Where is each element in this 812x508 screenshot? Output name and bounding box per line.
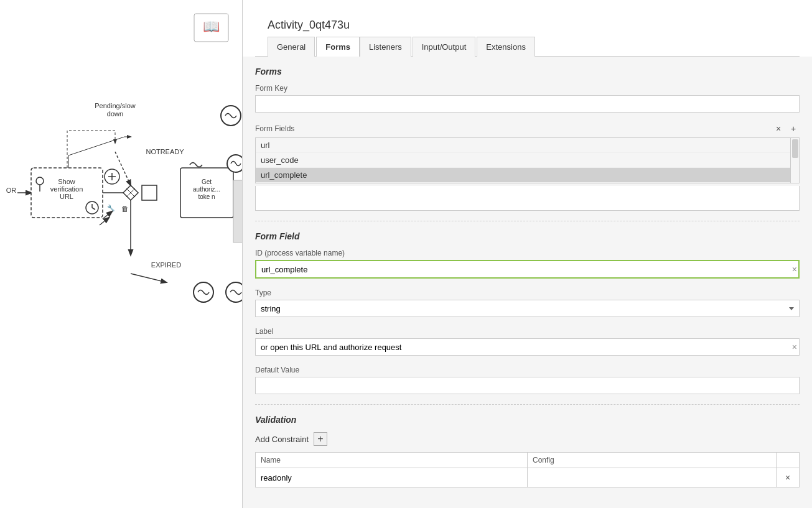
tab-input-output[interactable]: Input/Output (413, 37, 476, 57)
list-item[interactable]: url_complete (256, 168, 790, 183)
panel-header: Activity_0qt473u General Forms Listeners… (243, 0, 812, 57)
form-fields-list: url user_code url_complete (256, 138, 790, 183)
form-fields-label: Form Fields (255, 124, 294, 133)
svg-text:authoriz...: authoriz... (193, 186, 220, 193)
form-field-id-group: ID (process variable name) × (255, 249, 800, 279)
panel-content: Forms Form Key Form Fields × + url (243, 57, 812, 497)
svg-text:EXPIRED: EXPIRED (151, 261, 181, 269)
form-field-default-group: Default Value (255, 366, 800, 394)
section-divider-2 (255, 404, 800, 405)
page-title: Activity_0qt473u (255, 9, 800, 37)
diagram-area: 📖 Pending/slow down OR NOTREADY EXPIRED … (0, 0, 243, 508)
form-field-type-select[interactable]: string long boolean date enum (255, 300, 800, 317)
svg-text:OR: OR (6, 187, 17, 194)
form-key-input[interactable] (255, 95, 800, 113)
add-form-field-btn[interactable]: + (787, 122, 800, 135)
constraint-remove-btn[interactable]: × (782, 471, 794, 484)
validation-section-title: Validation (255, 415, 800, 425)
constraint-table: Name Config readonly × (255, 452, 800, 487)
svg-rect-26 (142, 185, 157, 200)
svg-text:Pending/slow: Pending/slow (95, 102, 135, 109)
svg-point-34 (226, 282, 243, 302)
form-field-id-input-wrapper: × (255, 260, 800, 279)
svg-line-40 (103, 211, 112, 219)
svg-text:NOTREADY: NOTREADY (146, 148, 184, 155)
constraint-col-action (777, 453, 800, 468)
add-constraint-btn[interactable]: + (314, 432, 327, 446)
form-field-id-clear-btn[interactable]: × (792, 264, 797, 274)
form-field-type-group: Type string long boolean date enum (255, 289, 800, 317)
tab-bar: General Forms Listeners Input/Output Ext… (255, 37, 800, 57)
svg-text:Get: Get (202, 178, 212, 185)
constraint-config-cell (528, 468, 777, 487)
form-field-section: Form Field ID (process variable name) × … (255, 231, 800, 394)
tab-extensions[interactable]: Extensions (477, 37, 535, 57)
list-item[interactable]: user_code (256, 153, 790, 168)
tab-listeners[interactable]: Listeners (360, 37, 411, 57)
svg-text:🗑: 🗑 (121, 205, 129, 213)
svg-text:📖: 📖 (203, 18, 220, 35)
form-field-id-input[interactable] (255, 260, 800, 279)
constraint-remove-cell: × (777, 468, 800, 487)
validation-section: Validation Add Constraint + Name Config … (255, 415, 800, 487)
form-fields-empty-area (255, 186, 800, 211)
svg-text:toke n: toke n (198, 193, 215, 200)
form-field-label-input-wrapper: × (255, 338, 800, 356)
add-constraint-row: Add Constraint + (255, 432, 800, 446)
form-field-label-input[interactable] (255, 338, 800, 356)
form-fields-group: Form Fields × + url user_code url_comple… (255, 122, 800, 211)
svg-text:Show: Show (58, 178, 75, 185)
remove-form-field-btn[interactable]: × (772, 122, 785, 135)
forms-section: Forms Form Key Form Fields × + url (255, 67, 800, 211)
scrollbar[interactable] (790, 138, 799, 183)
form-field-label-clear-btn[interactable]: × (792, 342, 797, 352)
svg-text:URL: URL (60, 193, 73, 200)
form-key-label: Form Key (255, 84, 800, 93)
scrollbar-thumb (792, 139, 798, 158)
add-constraint-label: Add Constraint (255, 435, 309, 444)
form-field-id-label: ID (process variable name) (255, 249, 800, 257)
svg-text:down: down (107, 110, 123, 118)
properties-panel: Activity_0qt473u General Forms Listeners… (243, 0, 812, 508)
tab-forms[interactable]: Forms (316, 37, 360, 57)
form-field-label-group: Label × (255, 327, 800, 356)
svg-rect-27 (180, 168, 233, 218)
table-row: readonly × (256, 468, 800, 487)
list-item[interactable]: url (256, 138, 790, 153)
form-key-group: Form Key (255, 84, 800, 113)
forms-section-title: Forms (255, 67, 800, 76)
svg-line-41 (100, 218, 109, 225)
svg-rect-38 (233, 180, 243, 242)
form-field-section-title: Form Field (255, 231, 800, 241)
form-fields-actions: × + (772, 122, 800, 135)
form-fields-list-wrapper: url user_code url_complete (255, 137, 800, 183)
svg-text:🔧: 🔧 (107, 204, 115, 212)
constraint-col-config: Config (528, 453, 777, 468)
constraint-col-name: Name (256, 453, 528, 468)
tab-general[interactable]: General (268, 37, 315, 57)
constraint-name-cell: readonly (256, 468, 528, 487)
form-field-type-label: Type (255, 289, 800, 297)
svg-line-37 (131, 274, 166, 282)
form-field-default-label: Default Value (255, 366, 800, 374)
form-field-label-label: Label (255, 327, 800, 336)
svg-text:verification: verification (50, 185, 83, 193)
section-divider-1 (255, 221, 800, 221)
svg-line-35 (115, 152, 131, 185)
diagram-svg: 📖 Pending/slow down OR NOTREADY EXPIRED … (0, 0, 243, 508)
form-field-default-input[interactable] (255, 377, 800, 394)
